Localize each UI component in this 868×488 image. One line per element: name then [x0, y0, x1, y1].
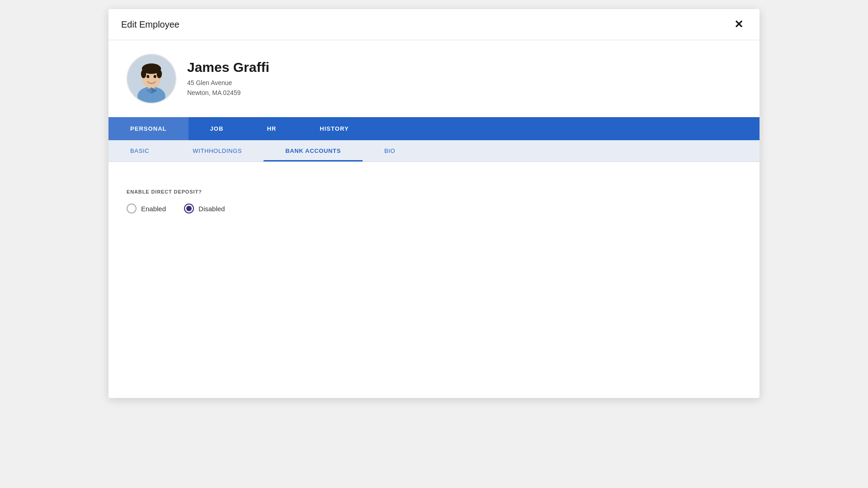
svg-point-7	[146, 75, 149, 78]
tab-bank-accounts[interactable]: BANK ACCOUNTS	[264, 140, 363, 161]
modal-header: Edit Employee ✕	[108, 9, 760, 40]
radio-disabled-option[interactable]: Disabled	[184, 204, 225, 213]
employee-name: James Graffi	[187, 60, 269, 75]
content-area: ENABLE DIRECT DEPOSIT? Enabled Disabled	[108, 162, 760, 379]
employee-details: James Graffi 45 Glen Avenue Newton, MA 0…	[187, 60, 269, 98]
svg-point-8	[154, 75, 156, 78]
secondary-tabs-bar: BASIC WITHHOLDINGS BANK ACCOUNTS BIO	[108, 140, 760, 162]
address-line1: 45 Glen Avenue	[187, 78, 269, 88]
tab-bio[interactable]: BIO	[363, 140, 417, 161]
edit-employee-modal: Edit Employee ✕	[108, 9, 760, 398]
modal-title: Edit Employee	[121, 19, 179, 30]
tab-withholdings[interactable]: WITHHOLDINGS	[171, 140, 264, 161]
radio-enabled-option[interactable]: Enabled	[127, 204, 166, 213]
close-button[interactable]: ✕	[731, 17, 747, 32]
direct-deposit-label: ENABLE DIRECT DEPOSIT?	[127, 189, 741, 194]
radio-enabled-button[interactable]	[127, 204, 137, 213]
radio-disabled-label: Disabled	[198, 205, 225, 213]
svg-point-5	[141, 70, 146, 78]
employee-address: 45 Glen Avenue Newton, MA 02459	[187, 78, 269, 98]
tab-history[interactable]: HISTORY	[298, 117, 370, 140]
employee-info-section: James Graffi 45 Glen Avenue Newton, MA 0…	[108, 40, 760, 117]
direct-deposit-radio-group: Enabled Disabled	[127, 204, 741, 213]
tab-hr[interactable]: HR	[245, 117, 298, 140]
svg-point-6	[157, 70, 162, 78]
primary-tabs-bar: PERSONAL JOB HR HISTORY	[108, 117, 760, 140]
radio-disabled-button[interactable]	[184, 204, 194, 213]
radio-enabled-label: Enabled	[141, 205, 166, 213]
tab-basic[interactable]: BASIC	[108, 140, 171, 161]
tab-job[interactable]: JOB	[189, 117, 245, 140]
address-line2: Newton, MA 02459	[187, 88, 269, 98]
tab-personal[interactable]: PERSONAL	[108, 117, 189, 140]
avatar	[127, 54, 176, 104]
